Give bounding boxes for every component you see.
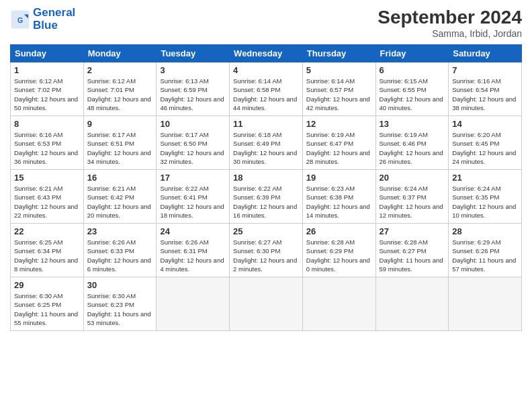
- table-row: 13Sunrise: 6:19 AMSunset: 6:46 PMDayligh…: [375, 116, 449, 170]
- day-number: 12: [306, 119, 372, 129]
- table-row: 1Sunrise: 6:12 AMSunset: 7:02 PMDaylight…: [11, 62, 84, 116]
- day-number: 29: [14, 280, 80, 290]
- day-info: Sunrise: 6:30 AMSunset: 6:25 PMDaylight:…: [14, 291, 80, 327]
- day-info: Sunrise: 6:19 AMSunset: 6:46 PMDaylight:…: [380, 130, 445, 166]
- calendar-week-row: 22Sunrise: 6:25 AMSunset: 6:34 PMDayligh…: [11, 224, 522, 277]
- day-number: 15: [14, 173, 80, 183]
- calendar-week-row: 1Sunrise: 6:12 AMSunset: 7:02 PMDaylight…: [11, 62, 522, 116]
- day-number: 4: [233, 65, 299, 75]
- day-info: Sunrise: 6:23 AMSunset: 6:38 PMDaylight:…: [306, 184, 372, 220]
- calendar-week-row: 29Sunrise: 6:30 AMSunset: 6:25 PMDayligh…: [11, 277, 522, 331]
- day-number: 5: [306, 65, 372, 75]
- day-info: Sunrise: 6:16 AMSunset: 6:53 PMDaylight:…: [14, 130, 80, 166]
- day-number: 7: [452, 65, 518, 75]
- day-info: Sunrise: 6:25 AMSunset: 6:34 PMDaylight:…: [14, 238, 80, 273]
- table-row: 26Sunrise: 6:28 AMSunset: 6:29 PMDayligh…: [302, 224, 375, 277]
- table-row: [230, 277, 303, 331]
- day-number: 25: [233, 226, 299, 236]
- day-number: 13: [380, 119, 445, 129]
- table-row: [449, 277, 522, 331]
- calendar-week-row: 8Sunrise: 6:16 AMSunset: 6:53 PMDaylight…: [11, 116, 522, 170]
- calendar-header-row: Sunday Monday Tuesday Wednesday Thursday…: [11, 45, 522, 62]
- day-info: Sunrise: 6:22 AMSunset: 6:39 PMDaylight:…: [233, 184, 299, 220]
- col-tuesday: Tuesday: [157, 45, 230, 62]
- day-info: Sunrise: 6:18 AMSunset: 6:49 PMDaylight:…: [233, 130, 299, 166]
- day-number: 16: [87, 173, 153, 183]
- table-row: 28Sunrise: 6:29 AMSunset: 6:26 PMDayligh…: [449, 224, 522, 277]
- day-number: 9: [87, 119, 153, 129]
- calendar-table: Sunday Monday Tuesday Wednesday Thursday…: [10, 44, 522, 331]
- table-row: 5Sunrise: 6:14 AMSunset: 6:57 PMDaylight…: [302, 62, 375, 116]
- table-row: [302, 277, 375, 331]
- table-row: 25Sunrise: 6:27 AMSunset: 6:30 PMDayligh…: [230, 224, 303, 277]
- day-number: 6: [380, 65, 445, 75]
- day-number: 26: [306, 226, 372, 236]
- day-info: Sunrise: 6:21 AMSunset: 6:43 PMDaylight:…: [14, 184, 80, 220]
- table-row: 16Sunrise: 6:21 AMSunset: 6:42 PMDayligh…: [83, 170, 157, 224]
- day-info: Sunrise: 6:17 AMSunset: 6:50 PMDaylight:…: [160, 130, 226, 166]
- day-info: Sunrise: 6:16 AMSunset: 6:54 PMDaylight:…: [452, 77, 518, 112]
- logo-line1: General: [33, 7, 75, 19]
- day-info: Sunrise: 6:22 AMSunset: 6:41 PMDaylight:…: [160, 184, 226, 220]
- day-number: 30: [87, 280, 153, 290]
- day-info: Sunrise: 6:17 AMSunset: 6:51 PMDaylight:…: [87, 130, 153, 166]
- day-info: Sunrise: 6:14 AMSunset: 6:58 PMDaylight:…: [233, 77, 299, 112]
- day-number: 18: [233, 173, 299, 183]
- day-number: 20: [380, 173, 445, 183]
- day-info: Sunrise: 6:24 AMSunset: 6:37 PMDaylight:…: [380, 184, 445, 220]
- table-row: 29Sunrise: 6:30 AMSunset: 6:25 PMDayligh…: [11, 277, 84, 331]
- day-number: 21: [452, 173, 518, 183]
- day-info: Sunrise: 6:30 AMSunset: 6:23 PMDaylight:…: [87, 291, 153, 327]
- day-number: 14: [452, 119, 518, 129]
- day-info: Sunrise: 6:15 AMSunset: 6:55 PMDaylight:…: [380, 77, 445, 112]
- col-saturday: Saturday: [449, 45, 522, 62]
- col-sunday: Sunday: [11, 45, 84, 62]
- table-row: 4Sunrise: 6:14 AMSunset: 6:58 PMDaylight…: [230, 62, 303, 116]
- table-row: 7Sunrise: 6:16 AMSunset: 6:54 PMDaylight…: [449, 62, 522, 116]
- table-row: 18Sunrise: 6:22 AMSunset: 6:39 PMDayligh…: [230, 170, 303, 224]
- table-row: 8Sunrise: 6:16 AMSunset: 6:53 PMDaylight…: [11, 116, 84, 170]
- day-number: 19: [306, 173, 372, 183]
- day-info: Sunrise: 6:20 AMSunset: 6:45 PMDaylight:…: [452, 130, 518, 166]
- logo-line2: Blue: [33, 19, 75, 32]
- day-number: 2: [87, 65, 153, 75]
- logo: G General Blue: [10, 7, 75, 32]
- day-info: Sunrise: 6:26 AMSunset: 6:33 PMDaylight:…: [87, 238, 153, 273]
- day-number: 11: [233, 119, 299, 129]
- day-number: 8: [14, 119, 80, 129]
- day-info: Sunrise: 6:21 AMSunset: 6:42 PMDaylight:…: [87, 184, 153, 220]
- day-info: Sunrise: 6:12 AMSunset: 7:01 PMDaylight:…: [87, 77, 153, 112]
- day-number: 10: [160, 119, 226, 129]
- day-info: Sunrise: 6:19 AMSunset: 6:47 PMDaylight:…: [306, 130, 372, 166]
- day-number: 22: [14, 226, 80, 236]
- page-header: G General Blue September 2024 Samma, Irb…: [10, 7, 522, 39]
- title-block: September 2024 Samma, Irbid, Jordan: [378, 7, 522, 39]
- day-number: 17: [160, 173, 226, 183]
- logo-icon: G: [10, 9, 30, 30]
- table-row: 27Sunrise: 6:28 AMSunset: 6:27 PMDayligh…: [375, 224, 449, 277]
- location: Samma, Irbid, Jordan: [378, 28, 522, 39]
- table-row: 20Sunrise: 6:24 AMSunset: 6:37 PMDayligh…: [375, 170, 449, 224]
- day-info: Sunrise: 6:29 AMSunset: 6:26 PMDaylight:…: [452, 238, 518, 273]
- table-row: 12Sunrise: 6:19 AMSunset: 6:47 PMDayligh…: [302, 116, 375, 170]
- col-friday: Friday: [375, 45, 449, 62]
- table-row: 23Sunrise: 6:26 AMSunset: 6:33 PMDayligh…: [83, 224, 157, 277]
- table-row: 17Sunrise: 6:22 AMSunset: 6:41 PMDayligh…: [157, 170, 230, 224]
- table-row: 11Sunrise: 6:18 AMSunset: 6:49 PMDayligh…: [230, 116, 303, 170]
- day-info: Sunrise: 6:12 AMSunset: 7:02 PMDaylight:…: [14, 77, 80, 112]
- day-info: Sunrise: 6:28 AMSunset: 6:29 PMDaylight:…: [306, 238, 372, 273]
- table-row: 10Sunrise: 6:17 AMSunset: 6:50 PMDayligh…: [157, 116, 230, 170]
- table-row: 15Sunrise: 6:21 AMSunset: 6:43 PMDayligh…: [11, 170, 84, 224]
- col-monday: Monday: [83, 45, 157, 62]
- day-info: Sunrise: 6:28 AMSunset: 6:27 PMDaylight:…: [380, 238, 445, 273]
- day-info: Sunrise: 6:14 AMSunset: 6:57 PMDaylight:…: [306, 77, 372, 112]
- day-info: Sunrise: 6:26 AMSunset: 6:31 PMDaylight:…: [160, 238, 226, 273]
- table-row: 9Sunrise: 6:17 AMSunset: 6:51 PMDaylight…: [83, 116, 157, 170]
- month-title: September 2024: [378, 7, 522, 28]
- table-row: 21Sunrise: 6:24 AMSunset: 6:35 PMDayligh…: [449, 170, 522, 224]
- table-row: 14Sunrise: 6:20 AMSunset: 6:45 PMDayligh…: [449, 116, 522, 170]
- table-row: 19Sunrise: 6:23 AMSunset: 6:38 PMDayligh…: [302, 170, 375, 224]
- col-thursday: Thursday: [302, 45, 375, 62]
- svg-text:G: G: [17, 15, 23, 24]
- table-row: 3Sunrise: 6:13 AMSunset: 6:59 PMDaylight…: [157, 62, 230, 116]
